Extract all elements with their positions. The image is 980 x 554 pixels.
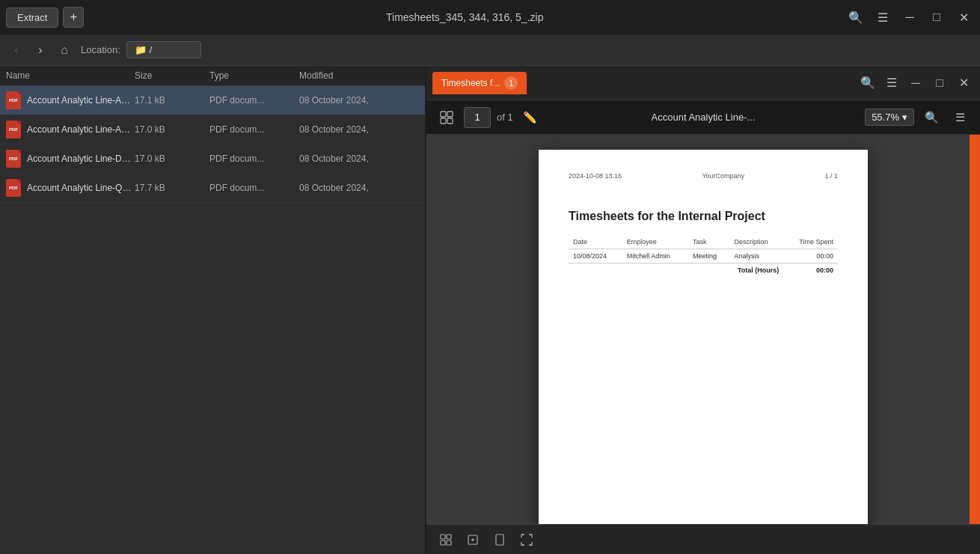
file-list: PDF Account Analytic Line-Analysis... 17… [0,86,425,554]
pdf-table-row: 10/08/2024Mitchell AdminMeetingAnalysis0… [569,249,838,264]
zoom-display[interactable]: 55.7% ▾ [865,109,914,126]
col-description: Description [730,235,784,249]
path-text: / [150,44,153,55]
more-options-button[interactable]: ☰ [949,106,971,129]
pdf-page-number: 1 / 1 [824,172,838,180]
page-number-input[interactable] [464,107,491,128]
col-name[interactable]: Name [6,70,135,81]
file-row[interactable]: PDF Account Analytic Line-Analysis... 17… [0,115,425,144]
title-bar: Extract + Timesheets_345, 344, 316, 5_.z… [0,0,980,34]
close-pdf-button[interactable]: ✕ [953,73,974,94]
svg-rect-6 [441,541,445,545]
home-button[interactable]: ⌂ [54,40,75,61]
col-size[interactable]: Size [135,70,209,81]
pdf-tab-badge: 1 [504,76,518,90]
pdf-page-header: 2024-10-08 13:16 YourCompany 1 / 1 [569,172,838,180]
pdf-tab-label: Timesheets f... [441,78,500,88]
extract-button[interactable]: Extract [6,7,58,28]
maximize-button[interactable]: □ [926,7,947,28]
title-bar-controls: 🔍 ☰ ─ □ ✕ [845,7,974,28]
pdf-table-cell: Analysis [730,249,784,264]
file-type: PDF docum... [209,95,299,106]
minimize-pdf-button[interactable]: ─ [905,73,926,94]
fullscreen-button[interactable] [516,529,537,550]
file-modified: 08 October 2024, [299,124,419,135]
search-in-pdf-button[interactable]: 🔍 [920,106,943,129]
pdf-icon: PDF [6,150,21,168]
search-pdf-button[interactable]: 🔍 [857,73,878,94]
pdf-toolbar: of 1 ✏️ Account Analytic Line-... 55.7% … [426,100,980,135]
location-path[interactable]: 📁 / [126,41,201,58]
pdf-icon: PDF [6,179,21,197]
maximize-pdf-button[interactable]: □ [929,73,950,94]
pdf-table-total-row: Total (Hours) 00:00 [569,264,838,278]
pdf-table-cell: Mitchell Admin [622,249,688,264]
nav-bar: ‹ › ⌂ Location: 📁 / [0,34,980,66]
svg-rect-7 [447,541,451,545]
menu-pdf-button[interactable]: ☰ [881,73,902,94]
pdf-doc-title: Account Analytic Line-... [548,112,859,123]
file-row[interactable]: PDF Account Analytic Line-Analysis... 17… [0,86,425,115]
file-name: Account Analytic Line-Quality ... [27,183,135,193]
file-modified: 08 October 2024, [299,153,419,164]
zoom-chevron-icon: ▾ [902,112,907,123]
file-row[interactable]: PDF Account Analytic Line-Quality ... 17… [0,174,425,203]
col-date: Date [569,235,622,249]
col-employee: Employee [622,235,688,249]
grid-view-button[interactable] [435,529,456,550]
file-name: Account Analytic Line-Delivery... [27,153,135,164]
pdf-tab-active[interactable]: Timesheets f... 1 [432,72,527,94]
file-name-cell: PDF Account Analytic Line-Analysis... [6,91,135,109]
pdf-bottom-bar [426,524,980,554]
minimize-button[interactable]: ─ [899,7,920,28]
zoom-container: 55.7% ▾ [865,109,914,126]
folder-icon: 📁 [135,44,147,55]
page-of-label: of 1 [497,112,513,123]
col-task: Task [688,235,729,249]
pdf-table-cell: 00:00 [783,249,838,264]
col-type[interactable]: Type [209,70,299,81]
pdf-icon: PDF [6,91,21,109]
file-row[interactable]: PDF Account Analytic Line-Delivery... 17… [0,144,425,174]
col-modified[interactable]: Modified [299,70,419,81]
file-type: PDF docum... [209,183,299,193]
pdf-table: Date Employee Task Description Time Spen… [569,235,838,277]
zoom-fit-button[interactable] [462,529,483,550]
pdf-table-cell: 10/08/2024 [569,249,622,264]
file-size: 17.1 kB [135,95,209,106]
col-time-spent: Time Spent [783,235,838,249]
file-name-cell: PDF Account Analytic Line-Delivery... [6,150,135,168]
svg-rect-4 [441,535,445,539]
pdf-header-date: 2024-10-08 13:16 [569,172,622,180]
svg-rect-3 [447,118,453,124]
file-size: 17.0 kB [135,124,209,135]
file-name-cell: PDF Account Analytic Line-Quality ... [6,179,135,197]
total-value: 00:00 [783,264,838,278]
close-button[interactable]: ✕ [953,7,974,28]
pdf-content-area: 2024-10-08 13:16 YourCompany 1 / 1 Times… [426,135,980,524]
search-button[interactable]: 🔍 [845,7,866,28]
svg-rect-5 [447,535,451,539]
svg-rect-2 [441,118,446,124]
main-area: Name Size Type Modified PDF Account Anal… [0,66,980,554]
pdf-icon: PDF [6,121,21,138]
thumbnail-view-button[interactable] [435,106,458,129]
file-list-header: Name Size Type Modified [0,66,425,86]
pdf-page-title: Timesheets for the Internal Project [569,210,838,223]
pdf-table-cell: Meeting [688,249,729,264]
file-name: Account Analytic Line-Analysis... [27,95,135,106]
file-modified: 08 October 2024, [299,95,419,106]
file-type: PDF docum... [209,124,299,135]
pdf-panel: Timesheets f... 1 🔍 ☰ ─ □ ✕ [426,66,980,554]
edit-pdf-button[interactable]: ✏️ [519,106,542,129]
add-tab-button[interactable]: + [63,7,84,28]
single-page-button[interactable] [489,529,510,550]
file-modified: 08 October 2024, [299,183,419,193]
svg-rect-11 [496,535,503,545]
menu-button[interactable]: ☰ [872,7,893,28]
orange-sidebar [970,135,980,524]
file-name-cell: PDF Account Analytic Line-Analysis... [6,121,135,138]
file-size: 17.0 kB [135,153,209,164]
forward-button[interactable]: › [30,40,51,61]
back-button[interactable]: ‹ [6,40,27,61]
